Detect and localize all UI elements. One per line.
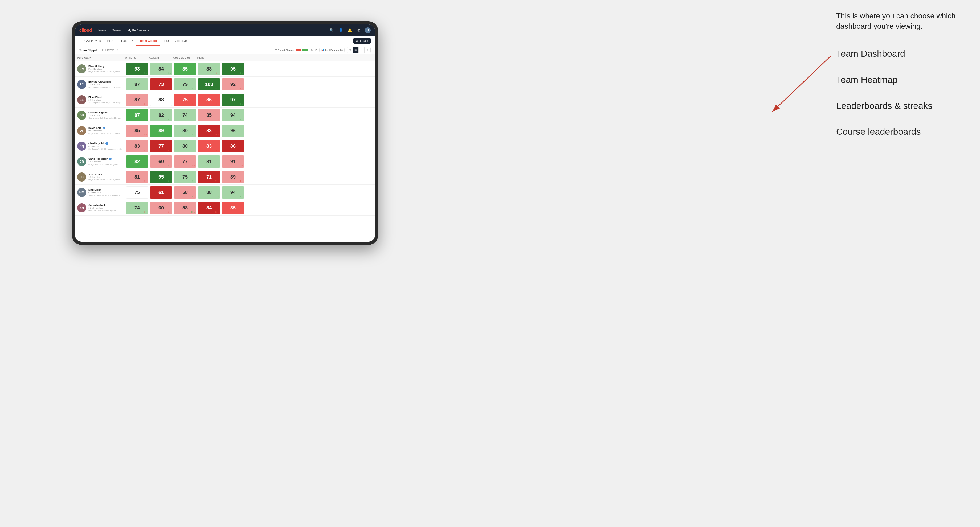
subnav-pgat[interactable]: PGAT Players	[80, 36, 104, 46]
score-approach[interactable]: 858▲	[174, 63, 196, 75]
profile-icon[interactable]: 👤	[338, 27, 344, 33]
list-view-btn[interactable]: ☰	[359, 48, 364, 53]
score-off_tee[interactable]: 73-11▼	[150, 78, 172, 90]
nav-home[interactable]: Home	[97, 28, 107, 32]
score-quality[interactable]: 75	[126, 186, 148, 198]
last-rounds-button[interactable]: 📊 Last Rounds: 20	[319, 48, 345, 52]
user-avatar[interactable]: U	[365, 27, 371, 33]
table-row[interactable]: JCJosh Coles1-5 HandicapRoyal North Devo…	[75, 169, 375, 185]
player-name[interactable]: Charlie Quick✓	[88, 142, 123, 145]
dashboard-option-item[interactable]: Team Heatmap	[836, 73, 975, 86]
edit-team-icon[interactable]: ✏	[116, 48, 119, 51]
subnav-pga[interactable]: PGA	[104, 36, 117, 46]
score-approach[interactable]: 584▲	[174, 186, 196, 198]
score-putting[interactable]: 85-4▼	[222, 202, 244, 214]
table-row[interactable]: MMMatt Miller6-10 HandicapWoburn Golf Cl…	[75, 185, 375, 200]
score-quality[interactable]: 81-3▼	[126, 171, 148, 183]
score-around[interactable]: 71-11▼	[198, 171, 220, 183]
score-putting[interactable]: 975▲	[222, 94, 244, 106]
table-row[interactable]: EEElliot Ebert1-5 HandicapSunningdale Go…	[75, 92, 375, 108]
subnav-team-clippd[interactable]: Team Clippd	[136, 36, 160, 46]
score-around[interactable]: 814▲	[198, 156, 220, 168]
player-name[interactable]: Elliot Ebert	[88, 95, 123, 98]
score-off_tee[interactable]: 60-1▼	[150, 202, 172, 214]
settings-icon[interactable]: ⚙	[356, 27, 362, 33]
col-around-arrow[interactable]: —	[192, 57, 194, 59]
score-around[interactable]: 83-6▼	[198, 140, 220, 152]
col-sort-arrow[interactable]: ▼	[92, 57, 94, 59]
score-quality[interactable]: 874▲	[126, 109, 148, 121]
table-row[interactable]: CQCharlie Quick✓6-10 HandicapSt. George'…	[75, 138, 375, 154]
player-name[interactable]: David Ford✓	[88, 126, 123, 129]
score-around[interactable]: 86-6▼	[198, 94, 220, 106]
score-approach[interactable]: 741▲	[174, 109, 196, 121]
score-quality[interactable]: 85-3▼	[126, 125, 148, 137]
score-around[interactable]: 85-3▼	[198, 109, 220, 121]
score-around[interactable]: 88-1▼	[198, 63, 220, 75]
player-name[interactable]: Josh Coles	[88, 173, 123, 176]
score-off_tee[interactable]: 958▲	[150, 171, 172, 183]
player-name[interactable]: Chris Robertson✓	[88, 157, 118, 160]
score-approach[interactable]: 799▲	[174, 78, 196, 90]
player-name[interactable]: Aaron Nicholls	[88, 204, 116, 206]
score-approach[interactable]: 75-3▼	[174, 94, 196, 106]
subnav-tour[interactable]: Tour	[160, 36, 172, 46]
nav-my-performance[interactable]: My Performance	[126, 28, 150, 32]
dashboard-option-item[interactable]: Course leaderboards	[836, 125, 975, 138]
score-quality[interactable]: 74-8▼	[126, 202, 148, 214]
score-approach[interactable]: 77-3▼	[174, 156, 196, 168]
score-off_tee[interactable]: 602▲	[150, 156, 172, 168]
player-name[interactable]: Blair McHarg	[88, 65, 123, 68]
table-row[interactable]: DFDavid Ford✓Plus HandicapRoyal North De…	[75, 123, 375, 138]
score-off_tee[interactable]: 61-3▼	[150, 186, 172, 198]
export-btn[interactable]: ↑	[364, 48, 371, 53]
table-row[interactable]: BMBlair McHargPlus HandicapRoyal North D…	[75, 61, 375, 77]
heatmap-view-btn[interactable]: ▦	[353, 48, 359, 53]
dashboard-option-item[interactable]: Team Dashboard	[836, 48, 975, 60]
score-around[interactable]: 88-2▼	[198, 186, 220, 198]
score-around[interactable]: 10315▲	[198, 78, 220, 90]
subnav-all-players[interactable]: All Players	[172, 36, 192, 46]
player-name[interactable]: Matt Miller	[88, 188, 119, 191]
col-putting-arrow[interactable]: —	[205, 57, 207, 59]
score-off_tee[interactable]: 824▲	[150, 109, 172, 121]
score-around[interactable]: 84-21▼	[198, 202, 220, 214]
score-putting[interactable]: 963▲	[222, 125, 244, 137]
score-approach[interactable]: 752▲	[174, 171, 196, 183]
score-putting[interactable]: 941▲	[222, 109, 244, 121]
table-row[interactable]: CRChris Robertson✓1-5 HandicapCraigmilla…	[75, 154, 375, 169]
table-row[interactable]: ECEdward Crossman1-5 HandicapSunningdale…	[75, 77, 375, 92]
score-quality[interactable]: 93+9▲	[126, 63, 148, 75]
score-putting[interactable]: 92-3▼	[222, 78, 244, 90]
table-row[interactable]: ANAaron Nicholls11-15 HandicapDrift Golf…	[75, 200, 375, 216]
score-approach[interactable]: 5810▲	[174, 202, 196, 214]
search-icon[interactable]: 🔍	[329, 27, 334, 33]
subnav-hcaps[interactable]: Hcaps 1-5	[117, 36, 136, 46]
score-off_tee[interactable]: 88	[150, 94, 172, 106]
score-quality[interactable]: 823▲	[126, 156, 148, 168]
score-putting[interactable]: 943▲	[222, 186, 244, 198]
score-putting[interactable]: 959▲	[222, 63, 244, 75]
add-team-button[interactable]: Add Team	[353, 38, 371, 44]
score-off_tee[interactable]: 846▲	[150, 63, 172, 75]
score-approach[interactable]: 801▲	[174, 140, 196, 152]
table-row[interactable]: DBDave Billingham1-5 HandicapGog Magog G…	[75, 108, 375, 123]
dashboard-option-item[interactable]: Leaderboards & streaks	[836, 100, 975, 112]
score-off_tee[interactable]: 77-14▼	[150, 140, 172, 152]
nav-teams[interactable]: Teams	[111, 28, 122, 32]
score-approach[interactable]: 803▲	[174, 125, 196, 137]
col-approach-arrow[interactable]: —	[159, 57, 161, 59]
score-quality[interactable]: 871▲	[126, 78, 148, 90]
score-quality[interactable]: 87-3▼	[126, 94, 148, 106]
score-around[interactable]: 83-10▼	[198, 125, 220, 137]
score-putting[interactable]: 91-3▼	[222, 156, 244, 168]
player-name[interactable]: Dave Billingham	[88, 111, 123, 114]
score-putting[interactable]: 89-2▼	[222, 171, 244, 183]
score-off_tee[interactable]: 897▲	[150, 125, 172, 137]
score-putting[interactable]: 86-8▼	[222, 140, 244, 152]
player-name[interactable]: Edward Crossman	[88, 80, 123, 83]
grid-view-btn[interactable]: ⊞	[347, 48, 353, 53]
col-off-tee-arrow[interactable]: —	[137, 57, 139, 59]
notification-icon[interactable]: 🔔	[347, 27, 353, 33]
score-quality[interactable]: 83-3▼	[126, 140, 148, 152]
